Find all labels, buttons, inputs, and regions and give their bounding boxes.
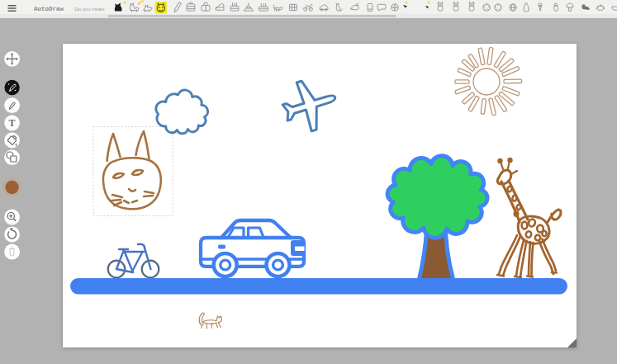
svg-text:T: T	[9, 117, 16, 129]
